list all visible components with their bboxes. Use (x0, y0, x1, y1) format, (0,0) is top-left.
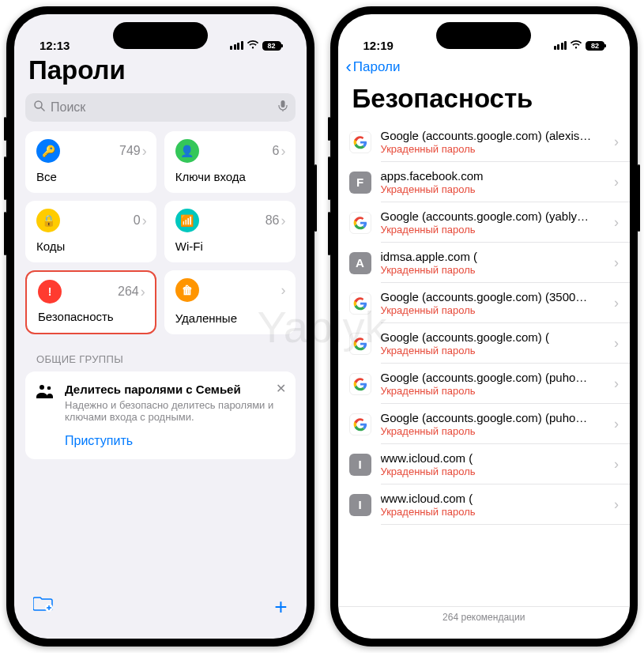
list-item[interactable]: Google (accounts.google.com) (yably… Укр… (338, 202, 631, 243)
chevron-right-icon: › (281, 143, 286, 160)
item-subtitle: Украденный пароль (381, 224, 605, 236)
tiles-grid: 🔑 749 › Все 👤 6 › Ключи входа 🔒 0 › Коды… (14, 131, 307, 334)
family-icon (36, 384, 55, 448)
tile-коды[interactable]: 🔒 0 › Коды (25, 201, 156, 262)
tile-icon: 📶 (175, 209, 199, 232)
security-list: Google (accounts.google.com) (alexis… Ук… (338, 122, 631, 603)
chevron-right-icon: › (281, 213, 286, 229)
item-title: Google (accounts.google.com) (alexis… (381, 129, 605, 142)
tile-label: Безопасность (38, 310, 145, 323)
item-subtitle: Украденный пароль (381, 143, 605, 155)
tile-label: Все (36, 170, 147, 183)
new-folder-button[interactable] (33, 594, 54, 620)
battery-icon: 82 (262, 41, 281, 51)
app-letter-icon: I (349, 454, 371, 476)
svg-point-5 (47, 386, 51, 390)
svg-point-4 (40, 385, 44, 390)
item-subtitle: Украденный пароль (381, 506, 605, 518)
app-letter-icon: I (349, 494, 371, 516)
item-title: idmsa.apple.com ( (381, 250, 605, 263)
item-title: apps.facebook.com (381, 169, 605, 183)
tile-безопасность[interactable]: ! 264 › Безопасность (25, 270, 156, 334)
footer-count: 264 рекомендации (338, 606, 631, 639)
google-icon (349, 413, 371, 435)
tile-wi-fi[interactable]: 📶 86 › Wi-Fi (164, 201, 296, 262)
status-icons: 82 (554, 39, 605, 52)
tile-label: Ключи входа (175, 170, 286, 183)
search-placeholder: Поиск (51, 100, 85, 115)
status-time: 12:19 (363, 39, 394, 52)
tile-все[interactable]: 🔑 749 › Все (25, 131, 156, 193)
list-item[interactable]: A idmsa.apple.com ( Украденный пароль › (338, 243, 631, 283)
item-subtitle: Украденный пароль (381, 425, 605, 437)
close-icon[interactable]: ✕ (276, 381, 286, 396)
item-title: www.icloud.com ( (381, 451, 605, 465)
wifi-icon (247, 39, 259, 52)
add-button[interactable]: + (274, 594, 287, 620)
tile-icon: ! (38, 280, 62, 303)
list-item[interactable]: F apps.facebook.com Украденный пароль › (338, 162, 631, 202)
list-item[interactable]: I www.icloud.com ( Украденный пароль › (338, 484, 631, 525)
google-icon (349, 131, 371, 153)
chevron-right-icon: › (281, 282, 286, 299)
item-title: Google (accounts.google.com) (yably… (381, 209, 605, 223)
item-subtitle: Украденный пароль (381, 304, 605, 316)
page-title: Безопасность (338, 81, 631, 122)
item-title: Google (accounts.google.com) ( (381, 330, 605, 344)
tile-label: Коды (36, 239, 147, 253)
status-time: 12:13 (40, 39, 70, 52)
phone-right: 12:19 82 ‹ Пароли Безопасность Google (a… (330, 6, 638, 647)
list-item[interactable]: Google (accounts.google.com) (alexis… Ук… (338, 122, 631, 162)
app-letter-icon: F (349, 172, 371, 194)
list-item[interactable]: Google (accounts.google.com) (3500… Укра… (338, 283, 631, 323)
chevron-right-icon: › (614, 416, 619, 432)
tile-label: Wi-Fi (175, 239, 286, 253)
nav-bar[interactable]: ‹ Пароли (338, 54, 631, 81)
tile-count: 264 › (118, 284, 145, 300)
mic-icon[interactable] (278, 100, 288, 115)
tile-icon: 🔒 (36, 209, 60, 232)
svg-line-1 (41, 107, 44, 111)
google-icon (349, 373, 371, 395)
tile-удаленные[interactable]: 🗑 › Удаленные (164, 270, 296, 334)
item-subtitle: Украденный пароль (381, 345, 605, 356)
tile-icon: 🔑 (36, 139, 60, 163)
list-item[interactable]: Google (accounts.google.com) (puho… Укра… (338, 404, 631, 444)
tile-icon: 👤 (175, 139, 199, 163)
share-body: Надежно и безопасно делитесь паролями и … (65, 399, 284, 423)
tile-count: 6 › (273, 143, 286, 160)
tile-ключи входа[interactable]: 👤 6 › Ключи входа (164, 131, 296, 193)
tile-count: 86 › (266, 213, 286, 229)
back-label[interactable]: Пароли (353, 59, 401, 75)
list-item[interactable]: I www.icloud.com ( Украденный пароль › (338, 444, 631, 484)
app-letter-icon: A (349, 252, 371, 274)
tile-label: Удаленные (175, 311, 286, 325)
share-title: Делитесь паролями с Семьей (65, 383, 284, 396)
chevron-right-icon: › (614, 456, 619, 473)
list-item[interactable]: Google (accounts.google.com) ( Украденны… (338, 323, 631, 364)
google-icon (349, 292, 371, 315)
status-icons: 82 (230, 39, 281, 52)
list-item[interactable]: Google (accounts.google.com) (puho… Укра… (338, 364, 631, 404)
chevron-right-icon: › (614, 295, 619, 311)
item-title: www.icloud.com ( (381, 492, 605, 505)
tile-count: 749 › (119, 143, 147, 160)
section-header: ОБЩИЕ ГРУППЫ (14, 334, 307, 371)
chevron-right-icon: › (614, 335, 619, 352)
item-title: Google (accounts.google.com) (3500… (381, 290, 605, 303)
phone-left: 12:13 82 Пароли Поиск 🔑 749 › Все (6, 6, 314, 647)
chevron-right-icon: › (614, 214, 619, 231)
svg-rect-2 (281, 100, 284, 107)
item-subtitle: Украденный пароль (381, 466, 605, 477)
share-card: ✕ Делитесь паролями с Семьей Надежно и б… (25, 371, 296, 459)
tile-count: 0 › (134, 213, 147, 229)
item-subtitle: Украденный пароль (381, 264, 605, 276)
item-title: Google (accounts.google.com) (puho… (381, 371, 605, 384)
google-icon (349, 333, 371, 355)
google-icon (349, 212, 371, 234)
chevron-right-icon: › (142, 143, 147, 160)
share-action-button[interactable]: Приступить (65, 434, 284, 448)
toolbar: + (14, 585, 307, 639)
back-chevron-icon[interactable]: ‹ (346, 57, 352, 77)
search-input[interactable]: Поиск (25, 93, 296, 122)
